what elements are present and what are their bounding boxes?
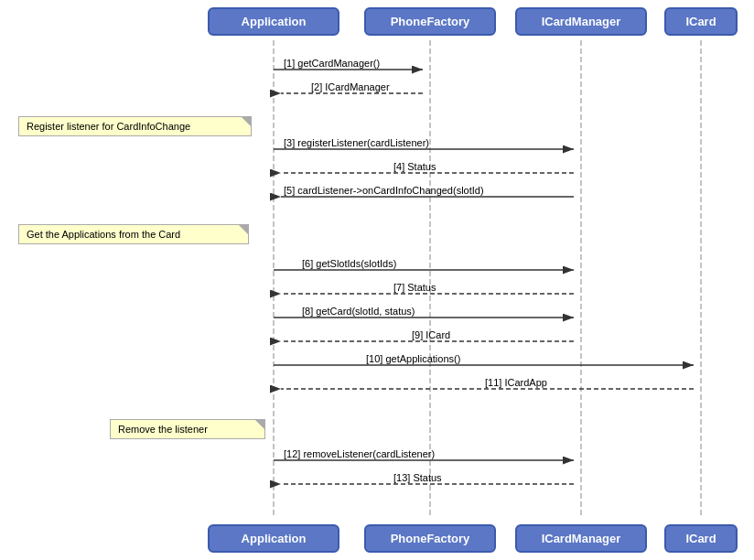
- actor-icard-bottom: ICard: [664, 524, 738, 553]
- note-get-applications: Get the Applications from the Card: [18, 224, 249, 244]
- msg-8: [8] getCard(slotId, status): [302, 306, 415, 317]
- msg-13: [13] Status: [393, 472, 442, 483]
- actor-icardmanager-top: ICardManager: [515, 7, 647, 36]
- msg-10: [10] getApplications(): [366, 353, 460, 364]
- msg-12: [12] removeListener(cardListener): [284, 448, 435, 459]
- msg-7: [7] Status: [393, 282, 436, 293]
- sequence-diagram: Application PhoneFactory ICardManager IC…: [0, 0, 754, 560]
- msg-5: [5] cardListener->onCardInfoChanged(slot…: [284, 185, 484, 196]
- actor-application-top: Application: [208, 7, 339, 36]
- msg-2: [2] ICardManager: [311, 81, 390, 92]
- msg-4: [4] Status: [393, 161, 436, 172]
- actor-application-bottom: Application: [208, 524, 339, 553]
- actor-phonefactory-top: PhoneFactory: [364, 7, 496, 36]
- msg-1: [1] getCardManager(): [284, 58, 380, 69]
- actor-icardmanager-bottom: ICardManager: [515, 524, 647, 553]
- actor-phonefactory-bottom: PhoneFactory: [364, 524, 496, 553]
- msg-11: [11] ICardApp: [485, 377, 547, 388]
- actor-icard-top: ICard: [664, 7, 738, 36]
- msg-9: [9] ICard: [412, 329, 450, 340]
- msg-3: [3] registerListener(cardListener): [284, 137, 429, 148]
- note-register-listener: Register listener for CardInfoChange: [18, 116, 252, 136]
- msg-6: [6] getSlotIds(slotIds): [302, 258, 396, 269]
- note-remove-listener: Remove the listener: [110, 419, 265, 439]
